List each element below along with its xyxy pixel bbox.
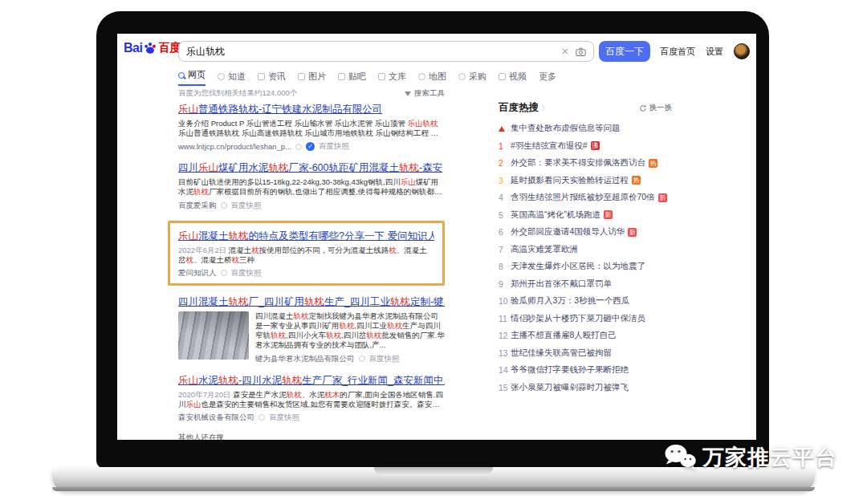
search-result-2: 四川乐山煤矿用水泥轨枕厂家-600轨距矿用混凝土轨枕-森安 目前矿山轨道使用的多… — [178, 161, 445, 210]
verified-badge-icon — [306, 142, 315, 151]
hot-search-item[interactable]: 集中查处散布虚假信息等问题 — [499, 123, 672, 134]
refresh-icon — [639, 104, 647, 112]
采购-icon — [458, 73, 466, 80]
hot-rank: 6 — [499, 227, 511, 237]
hot-search-item[interactable]: 12主播不想直播雇8人殴打自己 — [499, 330, 672, 341]
result-title[interactable]: 乐山水泥轨枕-四川水泥轨枕生产厂家_行业新闻_森安新闻中... — [178, 374, 445, 388]
watermark: 万家推云平台 — [663, 443, 837, 472]
search-result-1: 乐山普通铁路轨枕-辽宁铁建水泥制品有限公司 业务介绍 Product P 乐山管… — [178, 103, 445, 152]
result-source: 森安机械设备有限公司 百度快照 — [178, 413, 445, 423]
result-thumbnail[interactable] — [178, 311, 249, 360]
tab-资讯[interactable]: 资讯 — [258, 71, 286, 86]
result-title[interactable]: 乐山普通铁路轨枕-辽宁铁建水泥制品有限公司 — [178, 103, 445, 116]
tab-知道[interactable]: 知道 — [218, 71, 246, 86]
result-source: 爱问知识人 百度快照 — [178, 268, 434, 278]
browser-screen: Bai 百度 乐山轨枕 × 百度一下 — [117, 34, 756, 440]
search-input[interactable]: 乐山轨枕 — [186, 45, 562, 59]
hot-search-item[interactable]: 6外交部回应邀请4国领导人访华新 — [499, 226, 672, 238]
hot-search-item[interactable]: 4含羽生结弦照片报纸被炒至超原价70倍新 — [499, 192, 672, 203]
hot-search-item[interactable]: 5英国高温“烤化”机场跑道新 — [499, 209, 672, 221]
hot-rank: 11 — [499, 314, 511, 323]
hot-search-item[interactable]: 2外交部：要求美不得安排佩洛西访台热 — [499, 157, 672, 169]
result-description: 2020年7月20日 森安是生产水泥轨枕、水泥枕木的厂家,面向全国各地区销售.四… — [178, 390, 445, 409]
search-button[interactable]: 百度一下 — [599, 41, 650, 62]
hot-badge-新: 新 — [604, 210, 613, 219]
hot-rank: 12 — [499, 331, 511, 340]
tab-视频[interactable]: 视频 — [499, 71, 527, 86]
hot-search-item[interactable]: 3延时摄影看问天实验舱转运过程热 — [499, 175, 672, 186]
hot-search-title[interactable]: 百度热搜 〉 — [499, 101, 549, 115]
tab-地图[interactable]: 地图 — [418, 71, 446, 86]
hot-search-item[interactable]: 7高温灾难笼罩欧洲 — [499, 244, 672, 255]
图片-icon — [298, 73, 305, 80]
hot-item-text: 高温灾难笼罩欧洲 — [511, 244, 578, 255]
hot-rank: 15 — [499, 383, 511, 392]
hot-rank: 13 — [499, 348, 511, 358]
hot-rank: 7 — [499, 245, 511, 254]
snapshot-link[interactable]: 百度快照 — [231, 268, 262, 278]
result-title[interactable]: 四川混凝土轨枕厂_四川矿用轨枕生产_四川工业轨枕定制-犍... — [178, 295, 445, 309]
pinned-top-icon — [499, 124, 511, 133]
results-count: 百度为您找到相关结果约124,000个 — [178, 88, 297, 99]
search-box[interactable]: 乐山轨枕 × — [178, 41, 594, 62]
hot-search-item[interactable]: 9郑州开出首张不戴口罩罚单 — [499, 278, 672, 290]
hot-search-item[interactable]: 11情侣吵架从十楼扔下菜刀砸中保洁员 — [499, 313, 672, 324]
search-result-5: 乐山水泥轨枕-四川水泥轨枕生产厂家_行业新闻_森安新闻中... 2020年7月2… — [178, 374, 445, 423]
hot-item-text: 郑州开出首张不戴口罩罚单 — [511, 278, 612, 290]
hot-item-text: 集中查处散布虚假信息等问题 — [511, 123, 621, 134]
site-icon — [295, 144, 302, 150]
hot-search-item[interactable]: 13世纪佳缘失联高管已被拘留 — [499, 348, 672, 359]
hot-search-item[interactable]: 1#羽生结弦宣布退役#沸 — [499, 140, 672, 152]
hot-rank: 9 — [499, 279, 511, 289]
hot-item-text: #羽生结弦宣布退役# — [511, 140, 588, 152]
clear-search-icon[interactable]: × — [562, 46, 568, 57]
snapshot-link[interactable]: 百度快照 — [319, 141, 349, 152]
hot-search-panel: 百度热搜 〉 换一换 集中查处散布虚假信息等问题1#羽生结弦宣布退役#沸2外交部… — [499, 101, 672, 399]
search-result-3: 乐山混凝土轨枕的特点及类型有哪些?分享一下 爱问知识人 2022年6月2日 混凝… — [178, 230, 434, 278]
hot-item-text: 情侣吵架从十楼扔下菜刀砸中保洁员 — [511, 313, 645, 324]
tab-更多[interactable]: 更多 — [539, 71, 556, 86]
site-icon — [221, 202, 227, 209]
baidu-logo-text: Bai — [124, 41, 142, 55]
search-icon — [178, 72, 185, 79]
snapshot-link[interactable]: 百度快照 — [231, 201, 262, 211]
snapshot-link[interactable]: 百度快照 — [369, 354, 400, 364]
chevron-right-icon: 〉 — [541, 103, 549, 114]
hot-search-item[interactable]: 10验瓜师月入3万：3秒挑一个西瓜 — [499, 295, 672, 307]
hot-search-item[interactable]: 8天津发生爆炸小区居民：以为地震了 — [499, 261, 672, 272]
related-searches-title: 其他人还在搜 — [178, 433, 445, 440]
hot-item-text: 验瓜师月入3万：3秒挑一个西瓜 — [511, 295, 629, 307]
filter-icon — [405, 91, 411, 96]
baidu-logo[interactable]: Bai 百度 — [124, 41, 181, 55]
hot-badge-热: 热 — [649, 159, 657, 168]
hot-item-text: 世纪佳缘失联高管已被拘留 — [511, 348, 612, 359]
search-tabs: 网页知道资讯图片贴吧文库地图采购视频更多 — [178, 69, 556, 86]
result-description: 业务介绍 Product P 乐山管道工程 乐山输水管 乐山水泥管 乐山顶管 乐… — [178, 119, 445, 138]
laptop-bezel: Bai 百度 乐山轨枕 × 百度一下 — [96, 11, 769, 469]
result-title[interactable]: 乐山混凝土轨枕的特点及类型有哪些?分享一下 爱问知识人 — [178, 230, 434, 243]
user-avatar[interactable] — [734, 43, 750, 59]
hot-rank: 2 — [499, 158, 511, 168]
hot-search-item[interactable]: 15张小泉菜刀被曝剁蒜时刀被弹飞 — [499, 382, 672, 393]
refresh-button[interactable]: 换一换 — [639, 103, 673, 113]
hot-badge-新: 新 — [628, 228, 637, 237]
tab-图片[interactable]: 图片 — [298, 71, 326, 86]
snapshot-link[interactable]: 百度快照 — [269, 413, 299, 423]
result-description: 2022年6月2日 混凝土枕按使用部位的不同，可分为混凝土线路枕、混凝土岔枕、混… — [178, 246, 434, 265]
资讯-icon — [258, 73, 265, 80]
result-title[interactable]: 四川乐山煤矿用水泥轨枕厂家-600轨距矿用混凝土轨枕-森安 — [178, 161, 445, 175]
tab-文库[interactable]: 文库 — [378, 71, 406, 86]
result-source: www.lntjcp.cn/product/leshan_p... 百度快照 — [178, 141, 445, 152]
hot-search-item[interactable]: 14爷爷微信打字要钱孙子果断拒绝 — [499, 364, 672, 376]
tab-网页[interactable]: 网页 — [178, 69, 206, 86]
search-result-4: 四川混凝土轨枕厂_四川矿用轨枕生产_四川工业轨枕定制-犍... 四川混凝土轨枕定… — [178, 295, 445, 364]
tab-贴吧[interactable]: 贴吧 — [338, 71, 366, 86]
search-tools[interactable]: 搜索工具 — [405, 88, 445, 99]
hot-item-text: 爷爷微信打字要钱孙子果断拒绝 — [511, 364, 629, 376]
settings-link[interactable]: 设置 — [706, 46, 723, 58]
hot-badge-新: 新 — [658, 193, 667, 202]
tab-采购[interactable]: 采购 — [458, 71, 486, 86]
camera-icon[interactable] — [576, 47, 586, 56]
hot-rank: 1 — [499, 141, 511, 151]
baidu-home-link[interactable]: 百度首页 — [660, 46, 695, 58]
